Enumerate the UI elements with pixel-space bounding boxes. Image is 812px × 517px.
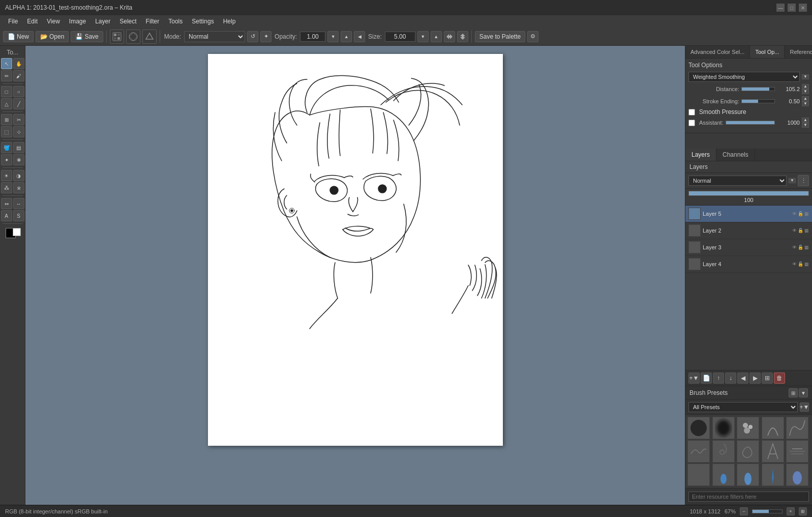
layers-mode-select[interactable]: Normal — [688, 176, 787, 186]
zoom-slider[interactable] — [752, 509, 783, 513]
layer-alpha-icon[interactable]: ▦ — [804, 211, 809, 216]
layers-opacity-bar[interactable] — [688, 191, 809, 196]
select-free-tool[interactable]: ⊹ — [13, 126, 24, 137]
menu-image[interactable]: Image — [65, 17, 90, 26]
smart-patch-tool[interactable]: ✦ — [1, 154, 12, 165]
brush-reset-icon[interactable]: ↺ — [247, 31, 258, 42]
brush-thumb[interactable] — [712, 464, 735, 486]
menu-help[interactable]: Help — [219, 17, 240, 26]
layer-item[interactable]: Layer 5 👁 🔓 ▦ — [685, 206, 812, 222]
stroke-ending-down-btn[interactable]: ▼ — [802, 101, 809, 106]
brush-thumb[interactable] — [786, 440, 808, 463]
crop-tool[interactable]: ✂ — [13, 114, 24, 125]
new-button[interactable]: 📄 New — [3, 31, 34, 42]
opacity-down-icon[interactable]: ▼ — [327, 31, 339, 42]
text-tool[interactable]: A — [1, 210, 12, 221]
menu-layer[interactable]: Layer — [91, 17, 114, 26]
background-color[interactable] — [13, 228, 21, 236]
distance-slider[interactable] — [741, 87, 775, 91]
burn-tool[interactable]: ◑ — [13, 170, 24, 181]
save-palette-button[interactable]: Save to Palette — [475, 31, 525, 42]
brush-thumb[interactable] — [687, 417, 710, 439]
tab-layers[interactable]: Layers — [685, 149, 716, 161]
layers-next-btn[interactable]: ▶ — [749, 372, 761, 384]
menu-edit[interactable]: Edit — [23, 17, 42, 26]
sharpen-tool[interactable]: ※ — [13, 182, 24, 193]
extra-options-icon[interactable]: ⚙ — [527, 31, 538, 42]
layers-options-icon[interactable]: ⋮ — [798, 175, 809, 186]
cursor-tool[interactable]: ↖ — [1, 58, 12, 69]
open-button[interactable]: 📂 Open — [36, 31, 69, 42]
brush-pattern-icon[interactable] — [110, 30, 124, 44]
brush-thumb[interactable] — [712, 440, 735, 463]
layer-item[interactable]: Layer 3 👁 🔓 ▦ — [685, 239, 812, 256]
size-input[interactable]: 5.00 — [385, 32, 415, 42]
layer-item[interactable]: Layer 4 👁 🔓 ▦ — [685, 256, 812, 273]
size-up-icon[interactable]: ▲ — [431, 31, 442, 42]
brush-thumb[interactable] — [687, 440, 710, 463]
layers-up-btn[interactable]: ↑ — [713, 372, 724, 384]
menu-settings[interactable]: Settings — [188, 17, 218, 26]
brush-thumb[interactable] — [712, 417, 735, 439]
pan-tool[interactable]: ✋ — [13, 58, 24, 69]
zoom-in-icon[interactable]: + — [787, 507, 795, 515]
layers-delete-btn[interactable]: 🗑 — [774, 372, 785, 384]
color-selector-icon[interactable] — [126, 30, 140, 44]
drawing-canvas[interactable] — [208, 54, 503, 446]
brush-thumb[interactable] — [786, 417, 808, 439]
menu-select[interactable]: Select — [115, 17, 140, 26]
layer-alpha-icon[interactable]: ▦ — [804, 262, 809, 267]
fill-tool[interactable]: 🪣 — [1, 142, 12, 153]
script-tool[interactable]: S — [13, 210, 24, 221]
transform-tool[interactable]: ⊞ — [1, 114, 12, 125]
opacity-extra-icon[interactable]: ◀ — [354, 31, 365, 42]
layer-lock-icon[interactable]: 🔓 — [798, 245, 803, 250]
layer-visible-icon[interactable]: 👁 — [792, 228, 797, 233]
brush-thumb[interactable] — [737, 464, 759, 486]
brush-thumb[interactable] — [687, 464, 710, 486]
gradient-tool[interactable]: ▤ — [13, 142, 24, 153]
save-button[interactable]: 💾 Save — [71, 31, 103, 42]
assistant-down-btn[interactable]: ▼ — [802, 123, 809, 128]
smoothing-dropdown-btn[interactable]: ▼ — [802, 74, 809, 79]
polygon-tool[interactable]: △ — [1, 98, 12, 109]
distance-down-btn[interactable]: ▼ — [802, 89, 809, 94]
layer-item[interactable]: Layer 2 👁 🔓 ▦ — [685, 222, 812, 239]
clone-tool[interactable]: ❋ — [13, 154, 24, 165]
layer-alpha-icon[interactable]: ▦ — [804, 245, 809, 250]
brush-presets-menu-icon[interactable]: ▼ — [799, 388, 808, 397]
menu-file[interactable]: File — [4, 17, 22, 26]
brush-presets-options-icon[interactable]: ⊞ — [789, 388, 798, 397]
mirror-v-icon[interactable] — [457, 31, 468, 42]
layers-grid-btn[interactable]: ⊞ — [762, 372, 773, 384]
paint-tool[interactable]: 🖌 — [13, 70, 24, 81]
brush-thumb[interactable] — [762, 417, 784, 439]
layer-lock-icon[interactable]: 🔓 — [798, 211, 803, 216]
tab-tool-options[interactable]: Tool Op... — [750, 46, 785, 58]
brush-thumb[interactable] — [737, 417, 759, 439]
layer-visible-icon[interactable]: 👁 — [792, 245, 797, 250]
layer-lock-icon[interactable]: 🔓 — [798, 228, 803, 233]
brush-filter-select[interactable]: All Presets Favorites Erasers — [688, 402, 798, 412]
smudge-tool[interactable]: ↭ — [1, 198, 12, 209]
mode-select[interactable]: Normal — [184, 31, 245, 42]
menu-filter[interactable]: Filter — [142, 17, 164, 26]
layers-prev-btn[interactable]: ◀ — [737, 372, 748, 384]
assistant-checkbox[interactable] — [688, 120, 695, 126]
brush-thumb[interactable] — [786, 464, 808, 486]
close-button[interactable]: ✕ — [799, 4, 807, 12]
dodge-tool[interactable]: ☀ — [1, 170, 12, 181]
opacity-input[interactable]: 1.00 — [300, 32, 325, 42]
distance-up-btn[interactable]: ▲ — [802, 84, 809, 89]
layers-add-dropdown-btn[interactable]: +▼ — [688, 372, 700, 384]
maximize-button[interactable]: □ — [788, 4, 796, 12]
blur-tool[interactable]: ⁂ — [1, 182, 12, 193]
layer-visible-icon[interactable]: 👁 — [792, 262, 797, 267]
brush-thumb[interactable] — [762, 464, 784, 486]
brush-thumb[interactable] — [737, 440, 759, 463]
opacity-up-icon[interactable]: ▲ — [341, 31, 352, 42]
resource-filter-input[interactable] — [688, 492, 809, 502]
layers-new-btn[interactable]: 📄 — [701, 372, 712, 384]
menu-view[interactable]: View — [43, 17, 64, 26]
layers-mode-dropdown[interactable]: ▼ — [789, 178, 796, 183]
